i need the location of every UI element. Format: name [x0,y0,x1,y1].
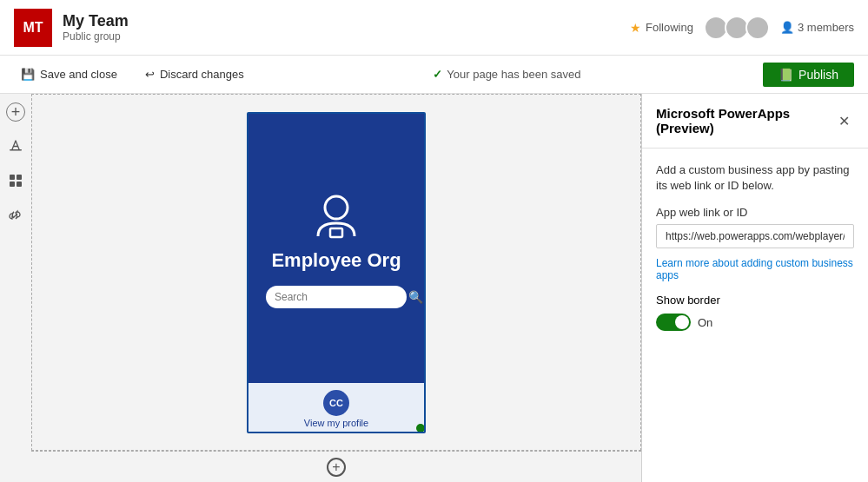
panel-body: Add a custom business app by pasting its… [642,149,868,345]
link-icon [8,208,23,223]
publish-button[interactable]: 📗 Publish [763,63,854,87]
following-label: Following [646,21,693,34]
saved-status: ✓ Your page has been saved [265,68,749,81]
panel-title: Microsoft PowerApps (Preview) [656,106,833,135]
save-close-button[interactable]: 💾 Save and close [14,64,124,84]
team-info: My Team Public group [63,12,630,43]
resize-handle[interactable] [416,424,425,432]
app-search-input[interactable] [275,291,405,303]
panel-close-button[interactable]: ✕ [833,110,854,131]
svg-rect-0 [10,149,22,151]
team-type: Public group [63,30,630,43]
header: MT My Team Public group ★ Following 👤 3 … [0,0,868,56]
app-search-bar[interactable]: 🔍 [266,286,407,308]
header-right: ★ Following 👤 3 members [630,16,854,40]
toggle-knob [675,315,689,329]
panel-header: Microsoft PowerApps (Preview) ✕ [642,94,868,149]
app-preview-footer: CC View my profile [248,383,424,433]
toggle-label: On [698,316,712,329]
footer-link[interactable]: View my profile [304,418,368,428]
search-icon: 🔍 [408,290,423,304]
add-section-tool[interactable]: + [6,102,25,122]
add-section-bottom-button[interactable]: + [327,458,346,477]
svg-rect-2 [17,175,22,180]
app-preview-card[interactable]: Employee Org 🔍 CC View my profile [247,112,426,433]
toggle-row: On [656,314,854,331]
grid-tool[interactable] [5,170,26,191]
person-icon: 👤 [780,21,794,34]
discard-button[interactable]: ↩ Discard changes [138,64,251,84]
bottom-add-bar: + [31,451,641,482]
panel-description: Add a custom business app by pasting its… [656,162,854,194]
following-button[interactable]: ★ Following [630,21,693,35]
app-url-input[interactable] [656,224,854,248]
svg-point-5 [325,196,348,219]
publish-icon: 📗 [779,68,793,82]
field-label: App web link or ID [656,206,854,219]
svg-rect-6 [330,228,342,237]
show-border-label: Show border [656,294,854,307]
team-name: My Team [63,12,630,30]
star-icon: ★ [630,21,641,35]
member-avatars [704,16,770,40]
right-panel: Microsoft PowerApps (Preview) ✕ Add a cu… [642,94,868,482]
team-avatar: MT [14,9,52,47]
save-icon: 💾 [21,68,35,81]
link-tool[interactable] [5,205,26,226]
app-preview-body: Employee Org 🔍 [248,114,424,383]
text-icon [8,138,23,154]
members-count: 👤 3 members [780,21,854,34]
canvas-area: + [0,94,642,482]
check-icon: ✓ [433,68,442,81]
app-preview-icon [306,188,367,249]
canvas-toolbar-left: + [0,94,31,482]
grid-icon [8,173,23,188]
toolbar: 💾 Save and close ↩ Discard changes ✓ You… [0,56,868,94]
canvas-content: Employee Org 🔍 CC View my profile [31,94,641,451]
main-area: + [0,94,868,482]
avatar-3 [745,16,770,40]
footer-avatar: CC [323,390,349,416]
svg-rect-1 [10,175,15,180]
discard-icon: ↩ [145,68,155,81]
learn-more-link[interactable]: Learn more about adding custom business … [656,257,854,281]
svg-rect-4 [17,182,22,187]
show-border-toggle[interactable] [656,314,691,331]
svg-rect-3 [10,182,15,187]
app-preview-title: Employee Org [271,249,401,272]
text-tool[interactable] [5,135,26,156]
